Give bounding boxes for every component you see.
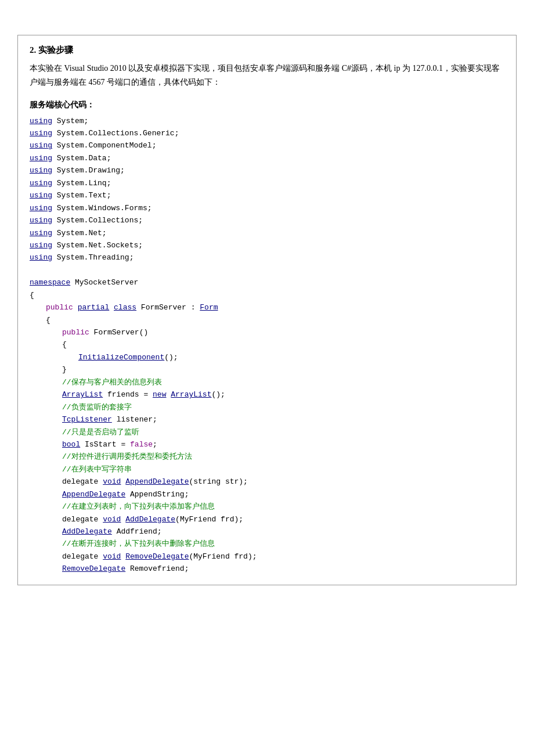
code-line-8: using System.Windows.Forms;: [30, 202, 504, 214]
code-line-delegate2: delegate void AddDelegate(MyFriend frd);: [30, 513, 504, 525]
comment-1: //保存与客户相关的信息列表: [62, 378, 162, 387]
keyword-void-1: void: [103, 477, 121, 486]
keyword-bool: bool: [62, 440, 80, 449]
type-appenddelegate: AppendDelegate: [125, 477, 189, 486]
code-line-brace4: }: [30, 363, 504, 376]
comment-2: //负责监听的套接字: [62, 403, 132, 412]
code-line-appendstring: AppendDelegate AppendString;: [30, 488, 504, 501]
code-line-comment2: //负责监听的套接字: [30, 401, 504, 413]
method-init: InitializeComponent: [78, 353, 164, 362]
type-removedelegate-2: RemoveDelegate: [62, 564, 125, 573]
code-line-11: using System.Net.Sockets;: [30, 239, 504, 251]
code-line-6: using System.Linq;: [30, 177, 504, 189]
type-form: Form: [200, 303, 218, 312]
type-appenddelegate-2: AppendDelegate: [62, 490, 125, 499]
code-line-init: InitializeComponent();: [30, 351, 504, 363]
comment-3: //只是是否启动了监听: [62, 428, 139, 437]
code-line-delegate1: delegate void AppendDelegate(string str)…: [30, 476, 504, 488]
code-line-comment5: //在列表中写字符串: [30, 463, 504, 476]
code-line-comment4: //对控件进行调用委托类型和委托方法: [30, 451, 504, 463]
keyword-new-1: new: [153, 390, 166, 399]
code-line-brace2: {: [30, 314, 504, 326]
code-line-delegate3: delegate void RemoveDelegate(MyFriend fr…: [30, 550, 504, 563]
keyword-public-2: public: [62, 328, 89, 337]
code-line-comment6: //在建立列表时，向下拉列表中添加客户信息: [30, 501, 504, 513]
code-line-comment7: //在断开连接时，从下拉列表中删除客户信息: [30, 538, 504, 550]
code-line-arraylist: ArrayList friends = new ArrayList();: [30, 388, 504, 401]
code-line-bool: bool IsStart = false;: [30, 438, 504, 451]
keyword-false: false: [130, 440, 153, 449]
keyword-using-11: using: [30, 241, 52, 250]
code-line-2: using System.Collections.Generic;: [30, 127, 504, 139]
keyword-using-8: using: [30, 204, 52, 213]
keyword-using-6: using: [30, 179, 52, 188]
keyword-class: class: [114, 303, 136, 312]
keyword-using-2: using: [30, 129, 52, 138]
keyword-using-9: using: [30, 216, 52, 225]
keyword-using-7: using: [30, 191, 52, 200]
keyword-namespace: namespace: [30, 278, 70, 287]
type-tcplistener: TcpListener: [62, 415, 112, 424]
code-line-9: using System.Collections;: [30, 214, 504, 226]
code-line-blank1: [30, 264, 504, 276]
keyword-using-1: using: [30, 117, 52, 125]
code-line-brace3: {: [30, 339, 504, 351]
code-line-brace1: {: [30, 289, 504, 301]
code-line-removefriend: RemoveDelegate Removefriend;: [30, 563, 504, 575]
code-line-12: using System.Threading;: [30, 251, 504, 264]
code-line-namespace: namespace MySocketServer: [30, 276, 504, 289]
keyword-using-5: using: [30, 166, 52, 175]
code-line-3: using System.ComponentModel;: [30, 139, 504, 152]
keyword-void-2: void: [103, 515, 121, 524]
section-title: 2. 实验步骤: [30, 45, 504, 56]
code-line-constructor: public FormServer(): [30, 326, 504, 339]
type-adddelegate: AddDelegate: [125, 515, 175, 524]
code-line-addfriend: AddDelegate Addfriend;: [30, 525, 504, 538]
comment-6: //在建立列表时，向下拉列表中添加客户信息: [62, 502, 215, 511]
code-label: 服务端核心代码：: [30, 100, 504, 110]
keyword-void-3: void: [103, 552, 121, 561]
code-line-4: using System.Data;: [30, 152, 504, 164]
code-line-comment1: //保存与客户相关的信息列表: [30, 376, 504, 388]
keyword-using-4: using: [30, 154, 52, 163]
content-box: 2. 实验步骤 本实验在 Visual Studio 2010 以及安卓模拟器下…: [17, 35, 517, 585]
code-line-5: using System.Drawing;: [30, 164, 504, 177]
keyword-using-10: using: [30, 229, 52, 237]
keyword-using-3: using: [30, 141, 52, 150]
comment-4: //对控件进行调用委托类型和委托方法: [62, 452, 192, 461]
code-line-10: using System.Net;: [30, 227, 504, 239]
keyword-partial: partial: [78, 303, 110, 312]
code-line-comment3: //只是是否启动了监听: [30, 426, 504, 438]
intro-text: 本实验在 Visual Studio 2010 以及安卓模拟器下实现，项目包括安…: [30, 62, 504, 89]
comment-7: //在断开连接时，从下拉列表中删除客户信息: [62, 539, 215, 548]
type-arraylist: ArrayList: [62, 390, 103, 399]
code-line-class: public partial class FormServer : Form: [30, 301, 504, 314]
type-adddelegate-2: AddDelegate: [62, 527, 112, 536]
code-line-1: using System;: [30, 115, 504, 127]
keyword-using-12: using: [30, 253, 52, 262]
keyword-public-1: public: [46, 303, 73, 312]
code-block: using System; using System.Collections.G…: [30, 115, 504, 575]
code-line-7: using System.Text;: [30, 189, 504, 201]
type-removedelegate: RemoveDelegate: [125, 552, 189, 561]
comment-5: //在列表中写字符串: [62, 465, 132, 474]
code-line-tcplistener: TcpListener listener;: [30, 413, 504, 426]
type-arraylist-2: ArrayList: [171, 390, 211, 399]
